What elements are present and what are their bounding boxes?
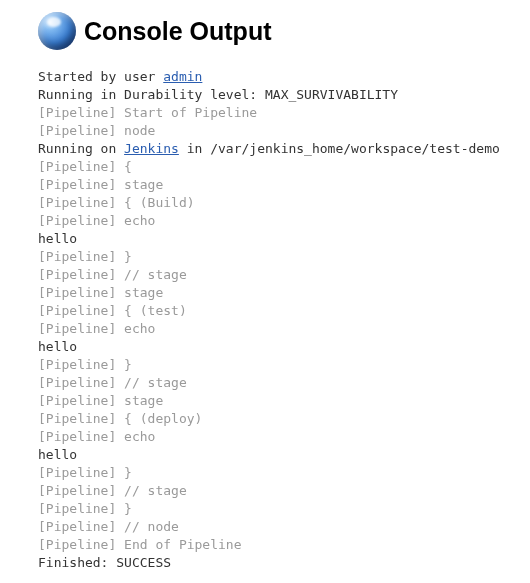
page-title: Console Output — [84, 17, 271, 46]
console-text: Running in Durability level: MAX_SURVIVA… — [38, 87, 398, 102]
console-line: hello — [38, 338, 530, 356]
console-line: hello — [38, 230, 530, 248]
console-text: [Pipeline] node — [38, 123, 155, 138]
console-line: [Pipeline] } — [38, 464, 530, 482]
console-line: [Pipeline] node — [38, 122, 530, 140]
console-line: [Pipeline] } — [38, 248, 530, 266]
console-link[interactable]: admin — [163, 69, 202, 84]
console-text: [Pipeline] } — [38, 249, 132, 264]
console-text: hello — [38, 231, 77, 246]
console-link[interactable]: Jenkins — [124, 141, 179, 156]
console-line: [Pipeline] stage — [38, 284, 530, 302]
console-text: [Pipeline] stage — [38, 177, 163, 192]
console-line: [Pipeline] // stage — [38, 266, 530, 284]
console-text: [Pipeline] // stage — [38, 267, 187, 282]
console-line: [Pipeline] { (Build) — [38, 194, 530, 212]
console-text: [Pipeline] } — [38, 357, 132, 372]
console-line: [Pipeline] // stage — [38, 374, 530, 392]
console-line: [Pipeline] End of Pipeline — [38, 536, 530, 554]
console-text: [Pipeline] // stage — [38, 483, 187, 498]
console-text: [Pipeline] { — [38, 159, 132, 174]
console-text: Running on — [38, 141, 124, 156]
console-line: [Pipeline] } — [38, 500, 530, 518]
console-line: Started by user admin — [38, 68, 530, 86]
console-line: [Pipeline] echo — [38, 428, 530, 446]
console-text: [Pipeline] { (test) — [38, 303, 187, 318]
console-output: Started by user adminRunning in Durabili… — [38, 68, 530, 572]
console-text: [Pipeline] // stage — [38, 375, 187, 390]
console-text: [Pipeline] { (Build) — [38, 195, 195, 210]
page-header: Console Output — [38, 12, 530, 50]
console-line: [Pipeline] // node — [38, 518, 530, 536]
console-text: [Pipeline] // node — [38, 519, 179, 534]
console-text: [Pipeline] { (deploy) — [38, 411, 202, 426]
console-text: [Pipeline] stage — [38, 285, 163, 300]
console-line: hello — [38, 446, 530, 464]
console-text: [Pipeline] echo — [38, 321, 155, 336]
console-text: [Pipeline] End of Pipeline — [38, 537, 242, 552]
console-line: [Pipeline] stage — [38, 392, 530, 410]
console-line: [Pipeline] { (deploy) — [38, 410, 530, 428]
console-text: Finished: SUCCESS — [38, 555, 171, 570]
console-line: Running in Durability level: MAX_SURVIVA… — [38, 86, 530, 104]
console-text: Started by user — [38, 69, 163, 84]
console-line: [Pipeline] Start of Pipeline — [38, 104, 530, 122]
console-line: [Pipeline] } — [38, 356, 530, 374]
console-text: hello — [38, 339, 77, 354]
console-text: [Pipeline] echo — [38, 213, 155, 228]
console-line: [Pipeline] echo — [38, 320, 530, 338]
console-text: hello — [38, 447, 77, 462]
console-text: [Pipeline] stage — [38, 393, 163, 408]
console-line: Finished: SUCCESS — [38, 554, 530, 572]
console-text: [Pipeline] Start of Pipeline — [38, 105, 257, 120]
console-text: [Pipeline] } — [38, 501, 132, 516]
console-line: Running on Jenkins in /var/jenkins_home/… — [38, 140, 530, 158]
console-line: [Pipeline] stage — [38, 176, 530, 194]
console-text: [Pipeline] } — [38, 465, 132, 480]
console-line: [Pipeline] { — [38, 158, 530, 176]
console-text: in /var/jenkins_home/workspace/test-demo — [179, 141, 500, 156]
console-line: [Pipeline] // stage — [38, 482, 530, 500]
console-orb-icon — [38, 12, 76, 50]
console-text: [Pipeline] echo — [38, 429, 155, 444]
console-line: [Pipeline] echo — [38, 212, 530, 230]
console-line: [Pipeline] { (test) — [38, 302, 530, 320]
